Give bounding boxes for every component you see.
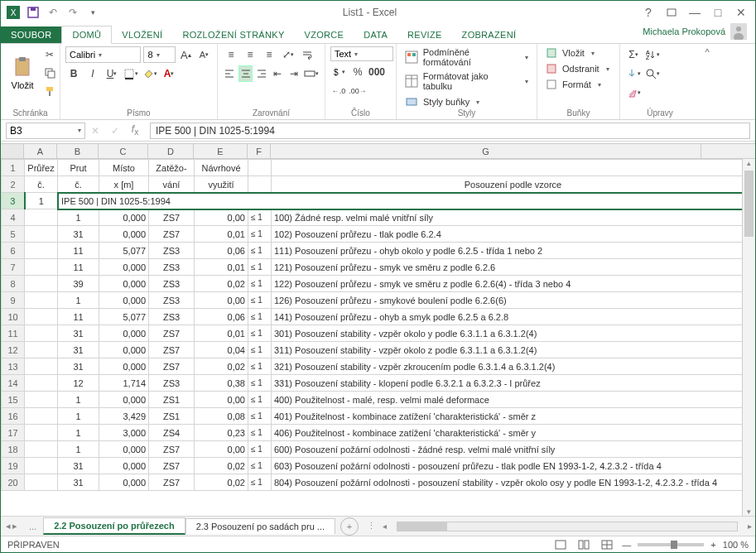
- copy-icon[interactable]: [41, 65, 58, 81]
- number-format-combo[interactable]: Text▾: [330, 46, 393, 61]
- cell[interactable]: Návrhové: [195, 160, 248, 176]
- cell[interactable]: Zatěžo-: [149, 160, 195, 176]
- row-header[interactable]: 19: [2, 458, 25, 474]
- cell[interactable]: ≤ 1: [248, 408, 272, 425]
- cell[interactable]: ≤ 1: [248, 441, 272, 458]
- cell[interactable]: 0,000: [99, 458, 149, 474]
- cell[interactable]: [25, 309, 58, 325]
- cell[interactable]: 0,00: [195, 392, 248, 408]
- paste-button[interactable]: Vložit: [6, 54, 39, 92]
- cell[interactable]: 0,02: [195, 474, 248, 491]
- cell[interactable]: ZS4: [149, 425, 195, 441]
- row-header[interactable]: 2: [2, 176, 25, 193]
- cell[interactable]: [25, 408, 58, 425]
- cell[interactable]: ZS1: [149, 408, 195, 425]
- cell[interactable]: 0,04: [195, 342, 248, 358]
- underline-icon[interactable]: U▾: [104, 65, 120, 82]
- cell[interactable]: [272, 160, 755, 176]
- cell[interactable]: č.: [25, 176, 58, 193]
- row-header[interactable]: 4: [2, 209, 25, 226]
- cell[interactable]: ZS3: [149, 375, 195, 392]
- name-box[interactable]: B3▾: [6, 123, 85, 139]
- fx-icon[interactable]: fx: [125, 123, 145, 137]
- row-header[interactable]: 10: [2, 309, 25, 325]
- row-header[interactable]: 16: [2, 408, 25, 425]
- cell[interactable]: 31: [58, 458, 99, 474]
- cell[interactable]: ZS7: [149, 209, 195, 226]
- cell[interactable]: ZS7: [149, 358, 195, 375]
- cell[interactable]: 0,06: [195, 309, 248, 325]
- cell[interactable]: 804) Posouzení požární odolnosti - posou…: [272, 474, 755, 491]
- col-header-B[interactable]: B: [57, 144, 99, 158]
- cell[interactable]: ZS3: [149, 292, 195, 309]
- tab-formulas[interactable]: VZORCE: [295, 26, 354, 43]
- cell[interactable]: [25, 209, 58, 226]
- cell[interactable]: ≤ 1: [248, 342, 272, 358]
- col-header-A[interactable]: A: [24, 144, 57, 158]
- cell[interactable]: ≤ 1: [248, 276, 272, 292]
- cell[interactable]: [25, 441, 58, 458]
- tab-last-icon[interactable]: ▸: [12, 521, 17, 531]
- cell[interactable]: 126) Posouzení průřezu - smykové boulení…: [272, 292, 755, 309]
- row-header[interactable]: 20: [2, 474, 25, 491]
- cell[interactable]: 1: [58, 441, 99, 458]
- horizontal-scrollbar[interactable]: [397, 522, 738, 531]
- save-icon[interactable]: [24, 3, 42, 22]
- align-mid-icon[interactable]: ≡: [242, 46, 258, 63]
- tab-first-icon[interactable]: ◂: [6, 521, 11, 531]
- cell[interactable]: ≤ 1: [248, 474, 272, 491]
- tab-home[interactable]: DOMŮ: [61, 26, 112, 44]
- cell[interactable]: 0,01: [195, 259, 248, 276]
- orientation-icon[interactable]: ⤢▾: [280, 46, 296, 63]
- cell[interactable]: ≤ 1: [248, 392, 272, 408]
- cell[interactable]: 0,000: [99, 276, 149, 292]
- font-color-icon[interactable]: A▾: [161, 65, 177, 82]
- cell[interactable]: 141) Posouzení průřezu - ohyb a smyk pod…: [272, 309, 755, 325]
- row-header[interactable]: 6: [2, 243, 25, 259]
- cell[interactable]: 400) Použitelnost - malé, resp. velmi ma…: [272, 392, 755, 408]
- accept-formula-icon[interactable]: ✓: [105, 125, 125, 137]
- cell[interactable]: [25, 358, 58, 375]
- cell[interactable]: [25, 342, 58, 358]
- cell[interactable]: 11: [58, 309, 99, 325]
- cell[interactable]: 1: [58, 292, 99, 309]
- hscroll-right-icon[interactable]: ▸: [744, 522, 755, 531]
- row-header[interactable]: 13: [2, 358, 25, 375]
- cell[interactable]: 0,02: [195, 458, 248, 474]
- cell[interactable]: 0,000: [99, 441, 149, 458]
- currency-icon[interactable]: $▾: [330, 64, 347, 80]
- cell[interactable]: 102) Posouzení průřezu - tlak podle 6.2.…: [272, 226, 755, 243]
- inc-indent-icon[interactable]: ⇥: [287, 65, 301, 82]
- cell[interactable]: 31: [58, 226, 99, 243]
- cell[interactable]: ≤ 1: [248, 259, 272, 276]
- minimize-icon[interactable]: —: [684, 3, 705, 22]
- zoom-in-icon[interactable]: +: [710, 540, 715, 550]
- cell[interactable]: vání: [149, 176, 195, 193]
- col-header-C[interactable]: C: [99, 144, 148, 158]
- cell[interactable]: 0,23: [195, 425, 248, 441]
- cell[interactable]: ≤ 1: [248, 309, 272, 325]
- cell[interactable]: Průřez: [25, 160, 58, 176]
- cell[interactable]: [248, 176, 272, 193]
- redo-icon[interactable]: ↷: [64, 3, 82, 22]
- row-header[interactable]: 5: [2, 226, 25, 243]
- cell[interactable]: [248, 160, 272, 176]
- cell[interactable]: ≤ 1: [248, 226, 272, 243]
- cell[interactable]: č.: [58, 176, 99, 193]
- ribbon-opts-icon[interactable]: [661, 3, 682, 22]
- cell[interactable]: 0,00: [195, 209, 248, 226]
- row-header[interactable]: 7: [2, 259, 25, 276]
- cell[interactable]: 31: [58, 342, 99, 358]
- cell[interactable]: 600) Posouzení požární odolnosti - žádné…: [272, 441, 755, 458]
- format-table-button[interactable]: Formátovat jako tabulku▾: [402, 70, 532, 92]
- align-center-icon[interactable]: [238, 65, 252, 82]
- cell[interactable]: 0,00: [195, 441, 248, 458]
- cell[interactable]: 0,00: [195, 292, 248, 309]
- clear-icon[interactable]: ▾: [625, 84, 642, 101]
- row-header[interactable]: 12: [2, 342, 25, 358]
- cell[interactable]: ≤ 1: [248, 425, 272, 441]
- cell[interactable]: 3,429: [99, 408, 149, 425]
- sheet-tab-2[interactable]: 2.3 Posouzení po sadách pru ...: [185, 518, 335, 534]
- user-name[interactable]: Michaela Prokopová: [634, 20, 755, 43]
- cell[interactable]: 0,000: [99, 209, 149, 226]
